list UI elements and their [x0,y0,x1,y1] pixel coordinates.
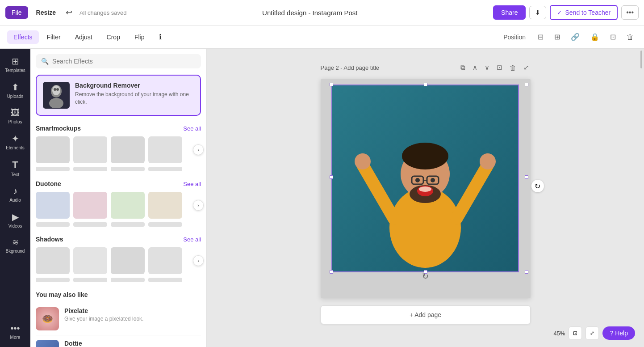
shadows-chevron-right[interactable]: › [193,255,204,266]
canvas-frame: ↻ ↻ [321,79,531,298]
sidebar-item-text[interactable]: T Text [2,156,29,181]
link-icon-button[interactable]: 🔗 [568,30,583,43]
help-button[interactable]: ? Help [602,326,635,340]
duotone-chevron-right[interactable]: › [193,200,204,211]
adjust-tab[interactable]: Adjust [69,30,99,44]
photos-icon: 🖼 [11,108,20,118]
page-down-button[interactable]: ∨ [483,62,491,73]
sidebar-item-photos[interactable]: 🖼 Photos [2,104,29,128]
selection-handle-tr[interactable] [525,83,528,86]
canvas-scroll-area[interactable]: Page 2 - Add page title ⧉ ∧ ∨ ⊡ 🗑 ⤢ [207,49,644,347]
sidebar-item-more[interactable]: ••• More [2,320,29,343]
page-duplicate-button[interactable]: ⊡ [495,62,504,73]
zoom-page-button[interactable]: ⊡ [569,326,582,340]
duotone-thumb-4[interactable] [148,192,182,219]
svg-point-15 [402,143,448,169]
sidebar-item-templates[interactable]: ⊞ Templates [2,52,29,76]
duplicate-icon-button[interactable]: ⊡ [607,30,619,43]
smartmockup-thumb-4[interactable] [148,136,182,163]
templates-label: Templates [5,68,25,73]
align-icon-button[interactable]: ⊟ [535,30,547,43]
download-button[interactable]: ⬇ [529,6,546,19]
crop-tab[interactable]: Crop [100,30,126,44]
shadows-labels [36,278,201,282]
also-like-title: You may also like [36,291,88,298]
right-panel-refresh[interactable]: ↻ [531,180,544,192]
grid-icon-button[interactable]: ⊞ [551,30,563,43]
delete-icon-button[interactable]: 🗑 [623,31,637,43]
smartmockups-chevron-right[interactable]: › [193,144,204,155]
pixelate-item[interactable]: 🍩 Pixelate Give your image a pixelated l… [36,303,201,335]
shadow-thumb-4[interactable] [148,247,182,274]
svg-point-10 [415,178,420,182]
effects-panel-scroll[interactable]: 🔍 [30,49,206,347]
info-button[interactable]: ℹ [153,30,168,44]
selection-handle-bl[interactable] [330,270,333,274]
page-expand-button[interactable]: ⤢ [522,62,531,73]
lock-icon-button[interactable]: 🔒 [587,30,602,43]
checkmark-icon: ✓ [557,9,562,16]
page-title-bar: Page 2 - Add page title ⧉ ∧ ∨ ⊡ 🗑 ⤢ [321,62,531,73]
right-scrollbar[interactable] [639,49,644,347]
shadow-thumb-1[interactable] [36,247,70,274]
label-3 [111,167,145,171]
smartmockups-see-all[interactable]: See all [183,125,201,132]
title-area: Untitled design - Instagram Post [130,9,489,17]
search-box: 🔍 [36,54,201,68]
bg-remover-info: Background Remover Remove the background… [75,82,194,106]
pixelate-name: Pixelate [64,307,143,314]
shadows-section-header: Shadows See all [36,236,201,243]
filter-tab[interactable]: Filter [41,30,67,44]
selection-handle-mr[interactable] [525,175,528,179]
smartmockups-labels [36,167,201,171]
duotone-thumb-1[interactable] [36,192,70,219]
slabel-2 [73,278,107,282]
sidebar-item-videos[interactable]: ▶ Videos [2,208,29,232]
sidebar-item-audio[interactable]: ♪ Audio [2,182,29,206]
dottie-item[interactable]: ⚙ Dottie Add a dotted pattern overlay. [36,335,201,347]
flip-tab[interactable]: Flip [128,30,151,44]
search-input[interactable] [52,58,196,65]
page-up-button[interactable]: ∧ [471,62,479,73]
background-remover-card[interactable]: Background Remover Remove the background… [36,75,201,116]
shadows-see-all[interactable]: See all [183,236,201,243]
share-button[interactable]: Share [493,5,526,20]
send-to-teacher-button[interactable]: ✓ Send to Teacher [550,5,618,20]
bg-remover-title: Background Remover [75,82,194,89]
page-copy-button[interactable]: ⧉ [459,62,467,73]
sidebar-item-uploads[interactable]: ⬆ Uploads [2,78,29,102]
sidebar-item-elements[interactable]: ✦ Elements [2,130,29,154]
duotone-thumb-3[interactable] [111,192,145,219]
selection-handle-ml[interactable] [330,175,333,179]
selection-handle-tl[interactable] [330,83,333,86]
shadow-thumb-2[interactable] [73,247,107,274]
search-icon: 🔍 [41,58,49,65]
selection-handle-tm[interactable] [424,83,427,86]
undo-icon: ↩ [66,8,72,17]
videos-icon: ▶ [12,212,19,222]
selection-handle-br[interactable] [525,270,528,274]
bg-remover-thumb-svg [45,83,67,108]
duotone-see-all[interactable]: See all [183,181,201,187]
effects-tab[interactable]: Effects [7,30,39,44]
canvas-image[interactable] [331,85,519,272]
duotone-thumb-2[interactable] [73,192,107,219]
sidebar-item-bkground[interactable]: ≋ Bkground [2,234,29,257]
smartmockup-thumb-3[interactable] [111,136,145,163]
file-button[interactable]: File [5,6,28,19]
rotate-handle[interactable]: ↻ [422,271,429,281]
main-layout: ⊞ Templates ⬆ Uploads 🖼 Photos ✦ Element… [0,49,644,347]
smartmockup-thumb-1[interactable] [36,136,70,163]
page-delete-button[interactable]: 🗑 [508,63,518,73]
resize-button[interactable]: Resize [32,6,60,19]
smartmockup-thumb-2[interactable] [73,136,107,163]
fullscreen-button[interactable]: ⤢ [585,326,599,340]
svg-point-1 [49,98,63,108]
undo-button[interactable]: ↩ [64,6,74,19]
shadow-thumb-3[interactable] [111,247,145,274]
more-options-button[interactable]: ••• [621,5,639,20]
canvas-area: Page 2 - Add page title ⧉ ∧ ∨ ⊡ 🗑 ⤢ [207,49,644,347]
position-button[interactable]: Position [499,31,530,43]
uploads-label: Uploads [7,94,24,99]
add-page-button[interactable]: + Add page [321,305,531,324]
